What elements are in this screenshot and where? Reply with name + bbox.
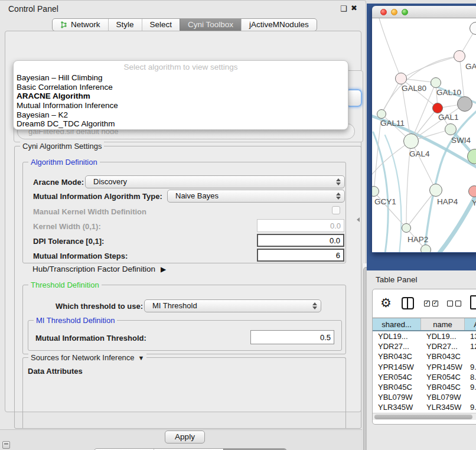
node[interactable]: [420, 244, 431, 252]
table-cell: YBR043C: [421, 351, 465, 361]
table-cell: YDR27...: [421, 341, 465, 351]
node-hap2[interactable]: [402, 223, 411, 233]
tab-jactivemnodules[interactable]: jActiveMNodules: [241, 19, 317, 31]
algorithm-option[interactable]: Mutual Information Inference: [14, 101, 348, 110]
table-row[interactable]: YBR045CYBR045C9.: [373, 382, 476, 392]
table-cell: YER054C: [373, 372, 421, 382]
algorithm-option[interactable]: Basic Correlation Inference: [14, 83, 348, 92]
table-cell: YBR045C: [373, 382, 421, 392]
node-label: GAL4: [409, 149, 430, 158]
control-panel-title: Control Panel: [8, 4, 58, 14]
table-row[interactable]: YDL19...YDL19...13: [373, 331, 476, 341]
select-all-icon[interactable]: [424, 301, 438, 306]
kernel-width-label: Kernel Width (0,1):: [33, 222, 101, 231]
table-horizontal-scrollbar[interactable]: [373, 413, 476, 420]
apply-button[interactable]: Apply: [165, 431, 205, 444]
minimize-traffic-light-icon[interactable]: [391, 9, 397, 15]
node[interactable]: [457, 96, 472, 112]
sources-title-text: Sources for Network Inference: [31, 353, 135, 362]
node-gal[interactable]: [454, 50, 465, 62]
unchecked-box-icon: [447, 301, 453, 306]
algorithm-dropdown-prompt: Select algorithm to view settings: [14, 61, 348, 73]
table-cell: 13: [465, 331, 476, 341]
docked-panel-icon[interactable]: [2, 441, 10, 449]
tab-network[interactable]: Network: [53, 19, 108, 31]
tab-cyni-toolbox[interactable]: Cyni Toolbox: [180, 19, 241, 31]
network-canvas[interactable]: GALGAL80GAL10GAL1GAL11SWI4GAL4GCY1HAP4YH…: [372, 18, 476, 252]
column-header-name[interactable]: name: [421, 318, 465, 330]
mi-type-combobox[interactable]: Naive Bayes: [167, 190, 345, 203]
zoom-traffic-light-icon[interactable]: [402, 9, 408, 15]
which-threshold-label: Which threshold to use:: [56, 302, 143, 311]
kernel-width-input[interactable]: [257, 219, 344, 232]
checked-box-icon: [424, 301, 430, 306]
table-row[interactable]: YER054CYER054C8.: [373, 372, 476, 382]
node-label: HAP2: [407, 235, 428, 244]
table-row[interactable]: YBR043CYBR043C: [373, 351, 476, 361]
table-body: YDL19...YDL19...13YDR27...YDR27...12YBR0…: [373, 331, 476, 413]
node-swi4[interactable]: [445, 123, 457, 135]
algorithm-definition-title: Algorithm Definition: [28, 158, 100, 167]
node-y[interactable]: [468, 185, 476, 197]
hub-tf-definition-expander[interactable]: Hub/Transcription Factor Definition▶: [32, 265, 166, 273]
threshold-definition-group: Threshold Definition Which threshold to …: [22, 285, 346, 354]
cyni-toolbox-panel: galFiltered.sif default node Select algo…: [5, 31, 361, 412]
manual-kernel-width-checkbox[interactable]: [332, 206, 340, 214]
aracne-mode-label: Aracne Mode:: [33, 178, 84, 187]
node-gal10[interactable]: [431, 77, 441, 88]
mi-steps-input[interactable]: [257, 249, 344, 262]
sources-group-title[interactable]: Sources for Network Inference▼: [28, 353, 146, 362]
which-threshold-value: MI Threshold: [152, 301, 197, 310]
close-window-button[interactable]: ✖: [351, 4, 357, 12]
column-header-shared[interactable]: shared...: [373, 318, 421, 330]
node-label: GAL80: [402, 84, 426, 93]
table-row[interactable]: YDR27...YDR27...12: [373, 341, 476, 351]
table-row[interactable]: YBL079WYBL079W: [373, 392, 476, 402]
algorithm-option[interactable]: Bayesian – Hill Climbing: [14, 73, 348, 83]
select-none-icon[interactable]: [447, 301, 461, 306]
column-header-a[interactable]: A: [465, 318, 476, 330]
table-cell: YBL079W: [373, 392, 421, 402]
table-row[interactable]: YLR345WYLR345W9.: [373, 402, 476, 412]
node-gal11[interactable]: [377, 109, 386, 119]
mi-type-value: Naive Bayes: [175, 191, 219, 200]
node-gal1[interactable]: [432, 103, 443, 113]
mi-threshold-label: Mutual Information Threshold:: [35, 334, 146, 343]
which-threshold-combobox[interactable]: MI Threshold: [144, 299, 321, 312]
expander-down-icon: ▼: [138, 354, 145, 361]
algorithm-option[interactable]: ARACNE Algorithm: [14, 92, 348, 101]
manual-kernel-width-label: Manual Kernel Width Definition: [33, 207, 146, 216]
network-view-window: GALGAL80GAL10GAL1GAL11SWI4GAL4GCY1HAP4YH…: [372, 6, 476, 253]
table-row[interactable]: YPR145WYPR145W9.: [373, 362, 476, 372]
dpi-tolerance-label: DPI Tolerance [0,1]:: [33, 237, 104, 246]
table-toolbar: ⚙: [373, 289, 476, 318]
aracne-mode-combobox[interactable]: Discovery: [85, 175, 345, 188]
node-gal80[interactable]: [395, 73, 407, 84]
hub-tf-definition-label: Hub/Transcription Factor Definition: [32, 265, 155, 273]
algorithm-option[interactable]: Dream8 DC_TDC Algorithm: [14, 119, 348, 129]
table-cell: 8.: [465, 372, 476, 382]
new-table-file-icon[interactable]: [470, 295, 476, 309]
float-window-button[interactable]: ❑: [340, 4, 347, 13]
dpi-tolerance-input[interactable]: [257, 234, 344, 247]
settings-group-title: Cyni Algorithm Settings: [20, 142, 104, 151]
mi-threshold-input[interactable]: [250, 330, 334, 344]
scrollbar-thumb[interactable]: [374, 415, 472, 419]
node-label: GCY1: [374, 197, 396, 206]
algorithm-dropdown-popup: Select algorithm to view settings Bayesi…: [13, 60, 348, 130]
node-hap4[interactable]: [429, 184, 442, 197]
tab-select[interactable]: Select: [142, 19, 180, 31]
column-split-icon[interactable]: [402, 297, 414, 309]
close-traffic-light-icon[interactable]: [380, 9, 387, 15]
algorithm-option[interactable]: Bayesian – K2: [14, 110, 348, 120]
table-cell: 9.: [465, 362, 476, 372]
splitter-collapse-arrow[interactable]: [357, 217, 360, 222]
control-panel-tabs: NetworkStyleSelectCyni ToolboxjActiveMNo…: [52, 18, 317, 31]
node-label: GAL: [465, 62, 476, 71]
network-window-titlebar[interactable]: [372, 6, 476, 18]
threshold-definition-title: Threshold Definition: [28, 281, 102, 289]
tab-style[interactable]: Style: [108, 19, 142, 31]
table-cell: YDL19...: [373, 331, 421, 341]
node-gal4[interactable]: [403, 133, 419, 149]
settings-gear-icon[interactable]: ⚙: [380, 296, 392, 310]
